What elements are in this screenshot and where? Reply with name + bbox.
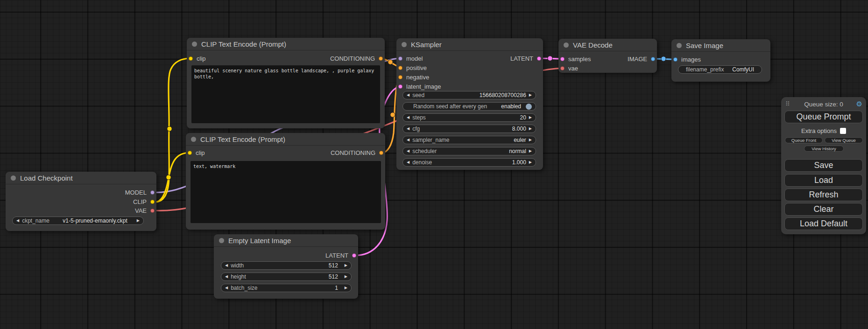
queue-front-button[interactable]: Queue Front (785, 137, 823, 143)
save-button[interactable]: Save (784, 159, 863, 172)
decrement-icon[interactable]: ◀ (407, 127, 409, 131)
clip-output-port[interactable] (150, 200, 155, 204)
scheduler-widget[interactable]: ◀ scheduler normal ▶ (402, 147, 536, 155)
node-load-checkpoint[interactable]: Load Checkpoint MODEL CLIP VAE ◀ ckpt_na… (6, 172, 156, 231)
node-title-bar[interactable]: Empty Latent Image (214, 234, 358, 247)
node-clip-text-encode-negative[interactable]: CLIP Text Encode (Prompt) clip CONDITION… (186, 133, 385, 230)
node-title: CLIP Text Encode (Prompt) (200, 135, 285, 143)
decrement-icon[interactable]: ◀ (225, 286, 228, 290)
model-output-port[interactable] (150, 190, 155, 195)
node-title-bar[interactable]: CLIP Text Encode (Prompt) (187, 38, 385, 50)
view-queue-button[interactable]: View Queue (825, 137, 863, 143)
random-seed-toggle-widget[interactable]: Random seed after every gen enabled (402, 102, 536, 111)
node-empty-latent-image[interactable]: Empty Latent Image LATENT ◀ width 512 ▶ … (214, 234, 358, 299)
vae-output-port[interactable] (150, 209, 155, 213)
decrement-icon[interactable]: ◀ (407, 93, 409, 97)
node-clip-text-encode-positive[interactable]: CLIP Text Encode (Prompt) clip CONDITION… (187, 38, 385, 128)
decrement-icon[interactable]: ◀ (225, 264, 228, 267)
filename-prefix-widget[interactable]: filename_prefix ComfyUI (678, 65, 762, 74)
link-dot[interactable] (167, 126, 172, 131)
node-title-bar[interactable]: KSampler (396, 38, 543, 51)
decrement-icon[interactable]: ◀ (16, 219, 19, 223)
node-title-bar[interactable]: Save Image (671, 39, 770, 52)
vae-input-port[interactable] (560, 66, 565, 70)
collapse-dot-icon[interactable] (11, 175, 16, 181)
negative-prompt-text[interactable]: text, watermark (191, 161, 381, 223)
link-dot[interactable] (548, 56, 552, 61)
increment-icon[interactable]: ▶ (137, 219, 140, 223)
decrement-icon[interactable]: ◀ (225, 275, 228, 279)
link-dot[interactable] (166, 175, 171, 180)
node-graph-canvas[interactable]: Load Checkpoint MODEL CLIP VAE ◀ ckpt_na… (0, 0, 868, 329)
link-dot[interactable] (390, 112, 395, 117)
conditioning-output-port[interactable] (379, 151, 383, 155)
increment-icon[interactable]: ▶ (529, 149, 532, 153)
load-button[interactable]: Load (784, 174, 863, 187)
positive-prompt-text[interactable]: beautiful scenery nature glass bottle la… (191, 65, 380, 123)
collapse-dot-icon[interactable] (219, 238, 224, 243)
decrement-icon[interactable]: ◀ (407, 116, 409, 119)
increment-icon[interactable]: ▶ (529, 127, 532, 131)
images-input-port[interactable] (673, 57, 677, 62)
samples-input-port[interactable] (560, 57, 565, 61)
increment-icon[interactable]: ▶ (529, 116, 532, 119)
input-slot-clip: clip (188, 148, 205, 157)
positive-input-port[interactable] (398, 66, 402, 70)
latent-output-port[interactable] (537, 56, 541, 61)
width-widget[interactable]: ◀ width 512 ▶ (221, 261, 352, 270)
collapse-dot-icon[interactable] (564, 42, 569, 48)
slot-label: model (406, 55, 423, 62)
clip-input-port[interactable] (189, 56, 193, 61)
view-history-button[interactable]: View History (804, 146, 844, 152)
collapse-dot-icon[interactable] (677, 43, 682, 48)
load-default-button[interactable]: Load Default (784, 217, 863, 230)
seed-widget[interactable]: ◀ seed 156680208700286 ▶ (402, 91, 536, 99)
node-title-bar[interactable]: Load Checkpoint (6, 172, 156, 184)
extra-options-checkbox[interactable] (840, 128, 846, 134)
slot-label: latent_image (406, 83, 441, 90)
sampler-name-widget[interactable]: ◀ sampler_name euler ▶ (402, 136, 536, 144)
decrement-icon[interactable]: ◀ (407, 149, 409, 153)
node-ksampler[interactable]: KSampler model positive negative latent_… (396, 38, 543, 170)
decrement-icon[interactable]: ◀ (407, 138, 409, 142)
refresh-button[interactable]: Refresh (784, 189, 863, 201)
link-dot[interactable] (388, 60, 393, 64)
ckpt-name-widget[interactable]: ◀ ckpt_name v1-5-pruned-emaonly.ckpt ▶ (12, 217, 144, 225)
denoise-widget[interactable]: ◀ denoise 1.000 ▶ (402, 158, 536, 167)
model-input-port[interactable] (398, 56, 402, 61)
conditioning-output-port[interactable] (379, 56, 383, 61)
increment-icon[interactable]: ▶ (345, 264, 347, 267)
image-output-port[interactable] (651, 57, 655, 61)
queue-prompt-button[interactable]: Queue Prompt (784, 111, 863, 123)
increment-icon[interactable]: ▶ (529, 161, 532, 164)
increment-icon[interactable]: ▶ (345, 275, 347, 279)
slot-label: CLIP (133, 198, 147, 205)
node-title-bar[interactable]: CLIP Text Encode (Prompt) (186, 133, 385, 146)
collapse-dot-icon[interactable] (191, 137, 196, 142)
output-slot-latent: LATENT (510, 54, 541, 63)
link-dot[interactable] (661, 56, 666, 61)
increment-icon[interactable]: ▶ (529, 93, 532, 97)
increment-icon[interactable]: ▶ (529, 138, 532, 142)
toggle-indicator-icon[interactable] (526, 104, 532, 110)
slot-label: LATENT (325, 252, 348, 259)
node-vae-decode[interactable]: VAE Decode samples vae IMAGE (558, 39, 657, 73)
node-save-image[interactable]: Save Image images filename_prefix ComfyU… (671, 39, 770, 82)
negative-input-port[interactable] (398, 75, 402, 79)
batch-size-widget[interactable]: ◀ batch_size 1 ▶ (221, 284, 352, 292)
clear-button[interactable]: Clear (784, 203, 863, 216)
widget-value: 8.000 (512, 126, 526, 132)
height-widget[interactable]: ◀ height 512 ▶ (221, 273, 352, 281)
cfg-widget[interactable]: ◀ cfg 8.000 ▶ (402, 125, 536, 133)
clip-input-port[interactable] (188, 151, 192, 155)
widget-label: denoise (412, 159, 432, 166)
steps-widget[interactable]: ◀ steps 20 ▶ (402, 113, 536, 122)
latent-image-input-port[interactable] (398, 84, 402, 89)
collapse-dot-icon[interactable] (192, 42, 197, 47)
increment-icon[interactable]: ▶ (345, 286, 347, 290)
collapse-dot-icon[interactable] (402, 42, 407, 47)
decrement-icon[interactable]: ◀ (407, 161, 409, 164)
settings-gear-icon[interactable]: ⚙ (856, 100, 862, 108)
node-title-bar[interactable]: VAE Decode (558, 39, 657, 51)
latent-output-port[interactable] (352, 253, 356, 258)
